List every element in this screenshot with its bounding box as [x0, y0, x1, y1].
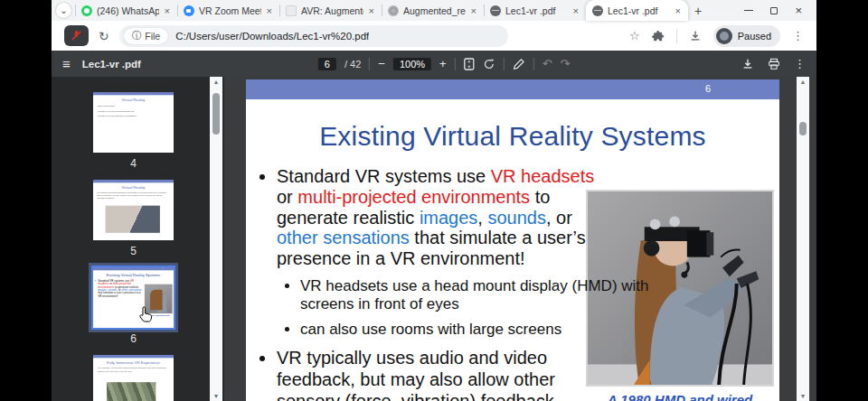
tab-close-icon[interactable]: × — [368, 5, 375, 16]
scroll-down-icon[interactable]: ▼ — [213, 393, 220, 399]
scroll-up-icon[interactable]: ▲ — [800, 79, 807, 85]
mini-paragraph: The computer generated simulation of a 3… — [97, 191, 170, 199]
thumbnail-page-5[interactable]: Virtual Reality The computer generated s… — [93, 180, 174, 240]
address-bar: ↻ ⓘ File C:/Users/user/Downloads/Lec1-vr… — [52, 21, 816, 51]
reload-button[interactable]: ↻ — [99, 29, 109, 43]
main-scrollbar[interactable]: ▲ ▼ — [797, 77, 809, 401]
slide-sub-bullet-list: VR headsets use a head mount display (HM… — [284, 277, 653, 339]
chevron-down-icon: ⌄ — [60, 5, 67, 15]
download-icon[interactable] — [689, 30, 702, 42]
slide-bullet-list: Standard VR systems use VR headsets or m… — [259, 166, 609, 269]
tab-search-button[interactable]: ⌄ — [56, 3, 71, 18]
extensions-puzzle-icon[interactable] — [652, 30, 665, 42]
tab-whatsapp[interactable]: (246) WhatsApp × — [75, 0, 177, 21]
slide-bullet-2: VR typically uses audio and video feedba… — [277, 347, 600, 401]
mini-slide-7: Fully Immersive VR Experience A fully im… — [93, 355, 174, 401]
zoom-icon — [184, 5, 194, 16]
thumbnail-column: Virtual Reality What is virtual reality?… — [93, 92, 174, 401]
mini-slide-header — [93, 92, 174, 95]
rotate-button[interactable] — [483, 58, 495, 70]
thumbnail-page-4[interactable]: Virtual Reality What is virtual reality?… — [93, 92, 174, 153]
mic-off-icon — [71, 30, 82, 42]
tab-label: (246) WhatsApp — [97, 5, 159, 16]
tab-label: AVR: Augmented Vel — [301, 5, 363, 16]
info-icon: ⓘ — [132, 30, 142, 42]
tab-lec1-vr-pdf-active[interactable]: Lec1-vr .pdf × — [586, 0, 688, 21]
thumbnail-page-7[interactable]: Fully Immersive VR Experience A fully im… — [93, 355, 174, 401]
mini-page-number: 6 — [163, 267, 164, 269]
tab-zoom-meeting[interactable]: VR Zoom Meeting × — [177, 0, 279, 21]
zoom-out-button[interactable]: − — [378, 57, 385, 70]
slide-sub-bullet-2: can also use rooms with large screens — [300, 321, 653, 339]
minimize-button[interactable] — [744, 10, 753, 11]
scroll-down-icon[interactable]: ▼ — [800, 393, 807, 399]
pdf-document-title: Lec1-vr .pdf — [82, 59, 141, 70]
thumbnail-page-6-selected[interactable]: 6 Existing Virtual Reality Systems Stand… — [93, 267, 174, 328]
screen-recording-frame: ⌄ (246) WhatsApp × VR Zoom Meeting × AVR… — [0, 0, 868, 401]
blue-highlight-text: images — [420, 208, 477, 228]
close-window-button[interactable]: × — [795, 4, 802, 17]
mini-slide-5: Virtual Reality The computer generated s… — [93, 180, 174, 240]
print-icon[interactable] — [768, 58, 780, 70]
sidebar-menu-icon[interactable]: ≡ — [62, 56, 71, 71]
tab-close-icon[interactable]: × — [675, 5, 682, 16]
tab-avr-augmented[interactable]: AVR: Augmented Vel × — [279, 0, 382, 21]
mini-slide-header: 6 — [93, 267, 174, 270]
tab-close-icon[interactable]: × — [470, 5, 477, 16]
pdf-favicon — [592, 5, 603, 16]
mini-photo — [106, 206, 160, 233]
scrollbar-thumb[interactable] — [212, 93, 220, 135]
mini-slide-body: Standard VR systems use VR headsets or m… — [93, 277, 144, 297]
browser-window: ⌄ (246) WhatsApp × VR Zoom Meeting × AVR… — [52, 0, 816, 401]
zoom-level-input[interactable]: 100% — [393, 58, 431, 70]
pdf-menu-kebab-icon[interactable]: ⋮ — [794, 57, 806, 70]
address-bar-actions: ☆ Paused ⋮ — [629, 25, 804, 47]
scroll-up-icon[interactable]: ▲ — [213, 79, 220, 85]
tab-close-icon[interactable]: × — [572, 5, 580, 16]
pdf-toolbar: ≡ Lec1-vr .pdf 6 / 42 − 100% + — [52, 51, 816, 77]
mini-text-line: How many of you have own/use to VR hardw… — [98, 115, 174, 117]
thumbnail-page-label: 5 — [93, 245, 174, 257]
avatar — [716, 28, 732, 44]
tab-label: Lec1-vr .pdf — [608, 5, 670, 16]
mini-photo — [107, 382, 156, 401]
slide-body: Standard VR systems use VR headsets or m… — [246, 152, 617, 401]
fit-to-page-button[interactable] — [464, 58, 475, 70]
window-controls: × — [744, 0, 816, 21]
browser-menu-kebab-icon[interactable]: ⋮ — [792, 29, 804, 42]
tab-lec1-vr-pdf[interactable]: Lec1-vr .pdf × — [484, 0, 586, 21]
file-scheme-chip[interactable]: ⓘ File — [124, 28, 168, 44]
undo-button[interactable]: ↶ — [542, 57, 552, 70]
mini-paragraph: High quality audio, visual, motion, touc… — [97, 371, 170, 373]
page-count-label: / 42 — [344, 59, 361, 70]
scrollbar-thumb[interactable] — [799, 122, 807, 135]
sidebar-scrollbar[interactable]: ▲ ▼ — [210, 77, 222, 401]
mini-slide-title: Virtual Reality — [93, 98, 174, 103]
tab-close-icon[interactable]: × — [164, 5, 171, 16]
pdf-download-icon[interactable] — [741, 58, 754, 70]
muted-mic-indicator[interactable] — [64, 25, 89, 46]
minimize-icon — [744, 10, 753, 11]
mini-slide-title: Virtual Reality — [93, 186, 174, 191]
page-number-input[interactable]: 6 — [318, 58, 336, 70]
divider — [455, 58, 456, 70]
profile-chip[interactable]: Paused — [713, 25, 780, 47]
redo-button[interactable]: ↷ — [561, 57, 571, 70]
profile-status-label: Paused — [738, 31, 771, 42]
annotate-pen-icon[interactable] — [513, 58, 525, 70]
mini-text-line: How many of you have experimented with V… — [98, 110, 174, 112]
maximize-button[interactable] — [770, 7, 778, 14]
omnibox[interactable]: ⓘ File C:/Users/user/Downloads/Lec1-vr%2… — [119, 25, 508, 47]
mini-slide-header — [93, 355, 174, 358]
mini-text-line: What is virtual reality? — [98, 105, 174, 107]
bookmark-star-icon[interactable]: ☆ — [629, 29, 640, 42]
blue-highlight-text: other sensations — [277, 228, 410, 247]
slide-title: Existing Virtual Reality Systems — [246, 121, 779, 152]
chip-label: File — [145, 31, 160, 42]
new-tab-button[interactable]: + — [688, 4, 708, 18]
tab-augmented-reality[interactable]: Augmented_reality_v × — [382, 0, 484, 21]
address-url[interactable]: C:/Users/user/Downloads/Lec1-vr%20.pdf — [175, 31, 369, 42]
zoom-in-button[interactable]: + — [439, 57, 447, 70]
tab-close-icon[interactable]: × — [266, 5, 273, 16]
maximize-icon — [770, 7, 778, 14]
